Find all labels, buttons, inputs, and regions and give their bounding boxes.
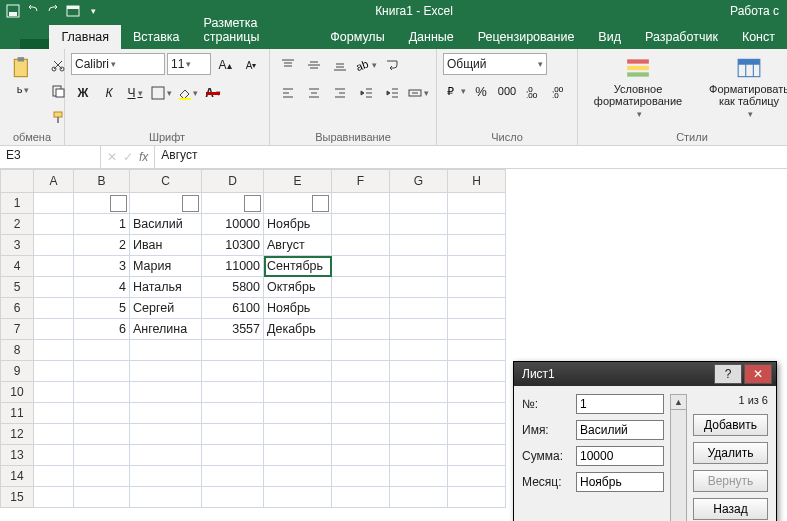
redo-icon[interactable]: [46, 4, 60, 18]
help-icon[interactable]: ?: [714, 364, 742, 384]
borders-icon[interactable]: ▾: [149, 81, 173, 105]
increase-font-icon[interactable]: A▴: [213, 53, 237, 77]
table-cell[interactable]: Ноябрь: [264, 214, 332, 235]
table-cell[interactable]: Наталья: [130, 277, 202, 298]
empty-cell[interactable]: [34, 319, 74, 340]
empty-cell[interactable]: [390, 319, 448, 340]
font-color-icon[interactable]: A▾: [201, 81, 225, 105]
table-cell[interactable]: 3: [74, 256, 130, 277]
empty-cell[interactable]: [34, 424, 74, 445]
column-header[interactable]: E: [264, 170, 332, 193]
tab-developer[interactable]: Разработчик: [633, 25, 730, 49]
column-header[interactable]: B: [74, 170, 130, 193]
increase-decimal-icon[interactable]: ,0,00: [521, 79, 545, 103]
wrap-text-icon[interactable]: [380, 53, 404, 77]
empty-cell[interactable]: [130, 340, 202, 361]
delete-button[interactable]: Удалить: [693, 442, 768, 464]
empty-cell[interactable]: [390, 235, 448, 256]
empty-cell[interactable]: [390, 403, 448, 424]
empty-cell[interactable]: [74, 424, 130, 445]
table-cell[interactable]: 6100: [202, 298, 264, 319]
restore-button[interactable]: Вернуть: [693, 470, 768, 492]
empty-cell[interactable]: [448, 319, 506, 340]
dialog-titlebar[interactable]: Лист1 ? ✕: [514, 362, 776, 386]
empty-cell[interactable]: [264, 361, 332, 382]
empty-cell[interactable]: [448, 256, 506, 277]
bold-icon[interactable]: Ж: [71, 81, 95, 105]
empty-cell[interactable]: [332, 277, 390, 298]
table-cell[interactable]: 6: [74, 319, 130, 340]
empty-cell[interactable]: [74, 382, 130, 403]
table-cell[interactable]: Мария: [130, 256, 202, 277]
tab-layout[interactable]: Разметка страницы: [191, 11, 318, 49]
empty-cell[interactable]: [202, 361, 264, 382]
field-n-input[interactable]: [576, 394, 664, 414]
field-sum-input[interactable]: [576, 446, 664, 466]
align-center-icon[interactable]: [302, 81, 326, 105]
merge-icon[interactable]: ▾: [406, 81, 430, 105]
empty-cell[interactable]: [332, 193, 390, 214]
empty-cell[interactable]: [448, 466, 506, 487]
column-header[interactable]: H: [448, 170, 506, 193]
empty-cell[interactable]: [390, 361, 448, 382]
table-cell[interactable]: Сентябрь: [264, 256, 332, 277]
scroll-up-icon[interactable]: ▲: [671, 395, 686, 410]
empty-cell[interactable]: [448, 382, 506, 403]
cancel-icon[interactable]: ✕: [107, 150, 117, 164]
empty-cell[interactable]: [34, 214, 74, 235]
row-header[interactable]: 12: [1, 424, 34, 445]
table-cell[interactable]: 3557: [202, 319, 264, 340]
orientation-icon[interactable]: ab▾: [354, 53, 378, 77]
row-header[interactable]: 15: [1, 487, 34, 508]
empty-cell[interactable]: [332, 445, 390, 466]
table-cell[interactable]: 2: [74, 235, 130, 256]
row-header[interactable]: 14: [1, 466, 34, 487]
align-middle-icon[interactable]: [302, 53, 326, 77]
empty-cell[interactable]: [34, 340, 74, 361]
align-top-icon[interactable]: [276, 53, 300, 77]
empty-cell[interactable]: [130, 424, 202, 445]
table-header-cell[interactable]: Имя▾: [130, 193, 202, 214]
table-cell[interactable]: Василий: [130, 214, 202, 235]
empty-cell[interactable]: [448, 403, 506, 424]
empty-cell[interactable]: [34, 277, 74, 298]
empty-cell[interactable]: [448, 193, 506, 214]
tab-insert[interactable]: Вставка: [121, 25, 191, 49]
empty-cell[interactable]: [390, 382, 448, 403]
empty-cell[interactable]: [264, 403, 332, 424]
table-cell[interactable]: Август: [264, 235, 332, 256]
table-header-cell[interactable]: Сумма▾: [202, 193, 264, 214]
field-name-input[interactable]: [576, 420, 664, 440]
fx-icon[interactable]: fx: [139, 150, 148, 164]
empty-cell[interactable]: [74, 361, 130, 382]
accounting-format-icon[interactable]: ₽▾: [443, 79, 467, 103]
empty-cell[interactable]: [34, 193, 74, 214]
empty-cell[interactable]: [448, 424, 506, 445]
format-as-table-button[interactable]: Форматировать как таблицу▾: [698, 53, 787, 121]
empty-cell[interactable]: [264, 445, 332, 466]
empty-cell[interactable]: [332, 361, 390, 382]
empty-cell[interactable]: [130, 382, 202, 403]
tab-formulas[interactable]: Формулы: [318, 25, 396, 49]
empty-cell[interactable]: [202, 466, 264, 487]
save-icon[interactable]: [6, 4, 20, 18]
table-cell[interactable]: 5: [74, 298, 130, 319]
empty-cell[interactable]: [332, 235, 390, 256]
empty-cell[interactable]: [202, 340, 264, 361]
empty-cell[interactable]: [332, 340, 390, 361]
empty-cell[interactable]: [202, 403, 264, 424]
column-header[interactable]: C: [130, 170, 202, 193]
empty-cell[interactable]: [448, 340, 506, 361]
empty-cell[interactable]: [34, 361, 74, 382]
table-cell[interactable]: 1: [74, 214, 130, 235]
prev-button[interactable]: Назад: [693, 498, 768, 520]
increase-indent-icon[interactable]: [380, 81, 404, 105]
empty-cell[interactable]: [390, 340, 448, 361]
percent-icon[interactable]: %: [469, 79, 493, 103]
empty-cell[interactable]: [74, 466, 130, 487]
empty-cell[interactable]: [202, 382, 264, 403]
empty-cell[interactable]: [202, 445, 264, 466]
column-header[interactable]: [1, 170, 34, 193]
decrease-font-icon[interactable]: A▾: [239, 53, 263, 77]
filter-dropdown-icon[interactable]: ▾: [110, 195, 127, 212]
